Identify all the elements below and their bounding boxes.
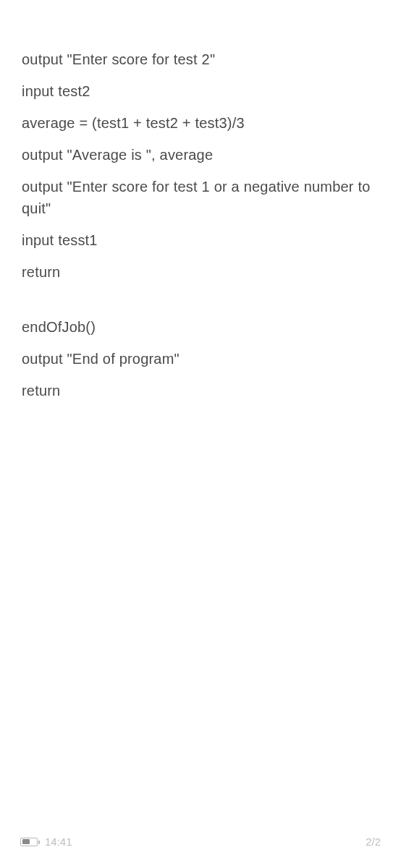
status-bar: 14:41 2/2 [0,835,401,848]
status-left: 14:41 [20,835,72,848]
code-section-2: endOfJob() output "End of program" retur… [22,316,379,401]
battery-fill [22,839,30,844]
code-line: endOfJob() [22,316,379,338]
battery-icon [20,838,38,846]
code-line: output "Average is ", average [22,144,379,166]
code-line: input tesst1 [22,229,379,251]
code-line: input test2 [22,80,379,102]
document-content: output "Enter score for test 2" input te… [0,0,401,401]
code-section-1: output "Enter score for test 2" input te… [22,48,379,283]
code-line: return [22,380,379,401]
time-display: 14:41 [45,835,72,848]
code-line: average = (test1 + test2 + test3)/3 [22,112,379,134]
code-line: output "End of program" [22,348,379,370]
page-number: 2/2 [366,835,381,848]
code-line: return [22,261,379,283]
code-line: output "Enter score for test 1 or a nega… [22,176,379,219]
code-line: output "Enter score for test 2" [22,48,379,70]
